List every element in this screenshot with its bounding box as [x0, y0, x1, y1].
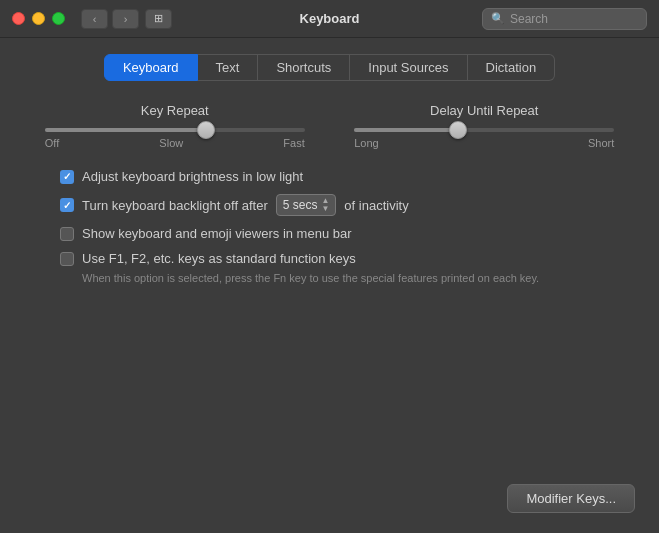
search-input[interactable] [510, 12, 638, 26]
options-section: ✓ Adjust keyboard brightness in low ligh… [20, 169, 639, 284]
delay-repeat-thumb[interactable] [449, 121, 467, 139]
search-icon: 🔍 [491, 12, 505, 25]
minimize-button[interactable] [32, 12, 45, 25]
delay-short: Short [588, 137, 614, 149]
dropdown-arrows: ▲ ▼ [321, 197, 329, 213]
checkbox-emoji[interactable] [60, 227, 74, 241]
backlight-suffix: of inactivity [344, 198, 408, 213]
key-repeat-track [45, 128, 305, 132]
checkmark-backlight: ✓ [63, 200, 71, 211]
backlight-dropdown[interactable]: 5 secs ▲ ▼ [276, 194, 337, 216]
delay-repeat-labels: Long Short [354, 137, 614, 149]
delay-repeat-track [354, 128, 614, 132]
option-emoji-label: Show keyboard and emoji viewers in menu … [82, 226, 352, 241]
bottom-bar: Modifier Keys... [507, 484, 635, 513]
key-repeat-off: Off [45, 137, 59, 149]
key-repeat-group: Key Repeat Off Slow Fast [45, 103, 305, 149]
key-repeat-labels: Off Slow Fast [45, 137, 305, 149]
option-emoji-row: Show keyboard and emoji viewers in menu … [60, 226, 639, 241]
checkbox-backlight[interactable]: ✓ [60, 198, 74, 212]
forward-button[interactable]: › [112, 9, 139, 29]
delay-repeat-fill [354, 128, 458, 132]
delay-repeat-label: Delay Until Repeat [430, 103, 538, 118]
tabs: Keyboard Text Shortcuts Input Sources Di… [20, 54, 639, 81]
checkbox-fkeys[interactable] [60, 252, 74, 266]
modifier-keys-button[interactable]: Modifier Keys... [507, 484, 635, 513]
checkbox-brightness[interactable]: ✓ [60, 170, 74, 184]
search-box: 🔍 [482, 8, 647, 30]
window-title: Keyboard [300, 11, 360, 26]
option-backlight-label: Turn keyboard backlight off after [82, 198, 268, 213]
fkeys-note: When this option is selected, press the … [60, 272, 639, 284]
checkmark-brightness: ✓ [63, 171, 71, 182]
option-brightness-row: ✓ Adjust keyboard brightness in low ligh… [60, 169, 639, 184]
option-backlight-row: ✓ Turn keyboard backlight off after 5 se… [60, 194, 639, 216]
key-repeat-fast: Fast [283, 137, 304, 149]
title-bar: ‹ › ⊞ Keyboard 🔍 [0, 0, 659, 38]
tab-input-sources[interactable]: Input Sources [350, 54, 467, 81]
key-repeat-slow: Slow [159, 137, 183, 149]
key-repeat-thumb[interactable] [197, 121, 215, 139]
tab-keyboard[interactable]: Keyboard [104, 54, 198, 81]
grid-button[interactable]: ⊞ [145, 9, 172, 29]
nav-buttons: ‹ › [81, 9, 139, 29]
key-repeat-label: Key Repeat [141, 103, 209, 118]
tab-shortcuts[interactable]: Shortcuts [258, 54, 350, 81]
maximize-button[interactable] [52, 12, 65, 25]
option-fkeys-row: Use F1, F2, etc. keys as standard functi… [60, 251, 639, 266]
delay-repeat-group: Delay Until Repeat Long Short [354, 103, 614, 149]
key-repeat-fill [45, 128, 206, 132]
option-fkeys-label: Use F1, F2, etc. keys as standard functi… [82, 251, 356, 266]
main-content: Keyboard Text Shortcuts Input Sources Di… [0, 38, 659, 300]
sliders-section: Key Repeat Off Slow Fast Delay Until Rep… [20, 103, 639, 149]
close-button[interactable] [12, 12, 25, 25]
option-brightness-label: Adjust keyboard brightness in low light [82, 169, 303, 184]
tab-dictation[interactable]: Dictation [468, 54, 556, 81]
option-fkeys-section: Use F1, F2, etc. keys as standard functi… [60, 251, 639, 284]
traffic-lights [12, 12, 65, 25]
delay-long: Long [354, 137, 378, 149]
tab-text[interactable]: Text [198, 54, 259, 81]
backlight-value: 5 secs [283, 198, 318, 212]
back-button[interactable]: ‹ [81, 9, 108, 29]
